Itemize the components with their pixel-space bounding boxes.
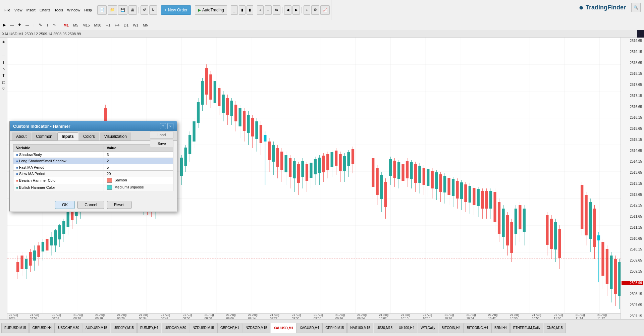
tab-xauusd-m1[interactable]: XAUUSD,M1 [271,323,297,333]
tab-nas100-m15[interactable]: NAS100,M15 [347,323,373,333]
menu-file[interactable]: File [3,6,12,14]
toolbar-zoom-out[interactable]: − [265,5,271,15]
tab-colors[interactable]: Colors [79,132,99,141]
table-row[interactable]: ■ Slow MA Period 20 [13,171,173,177]
arrow-tool[interactable]: ▶ [1,21,7,29]
val-cell[interactable]: 5 [104,164,173,171]
tab-nzdsgd-m15[interactable]: NZDSGD,M15 [243,323,270,333]
val-cell[interactable]: Salmon [104,177,173,184]
tab-ger40-m15[interactable]: GER40,M15 [322,323,347,333]
tab-usdcad-m30[interactable]: USDCAD,M30 [162,323,189,333]
menu-charts[interactable]: Charts [38,6,52,14]
lt-text[interactable]: T [1,72,7,78]
tab-common[interactable]: Common [32,132,57,141]
tf-mn[interactable]: MN [141,22,150,28]
reset-button[interactable]: Reset [107,201,131,209]
menu-insert[interactable]: Insert [24,6,37,14]
toolbar-chart-candle[interactable]: ▮ [247,5,253,15]
text-tool[interactable]: T [45,21,50,29]
tf-m1[interactable]: M1 [62,22,70,28]
search-button[interactable]: 🔍 [631,3,641,12]
toolbar-indicators[interactable]: 📈 [320,5,330,15]
toolbar-chart-bar[interactable]: ▮ [239,5,246,15]
tab-gbpchf-h1[interactable]: GBPCHF,H1 [217,323,242,333]
table-row[interactable]: ■ Long Shadow/Small Shadow 2 [13,158,173,164]
val-cell[interactable]: 20 [104,171,173,177]
val-cell[interactable]: 3 [104,152,173,158]
hline-tool[interactable]: ― [24,21,31,29]
tf-m30[interactable]: M30 [93,22,103,28]
tab-gbpusd-h4[interactable]: GBPUSD,H4 [29,323,55,333]
menu-tools[interactable]: Tools [53,6,65,14]
tab-eurjpy-h4[interactable]: EURJPY,H4 [137,323,161,333]
toolbar-scroll-left[interactable]: ◀ [284,5,291,15]
tf-m15[interactable]: M15 [81,22,91,28]
crosshair-tool[interactable]: ✚ [16,21,23,29]
val-cell[interactable]: 2 [104,158,173,164]
toolbar-print[interactable]: 🖶 [128,5,137,15]
lt-arrow[interactable]: ↖ [1,66,7,72]
tf-h1[interactable]: H1 [104,22,112,28]
table-row[interactable]: ■ Bearish Hammer Color Salmon [13,177,173,184]
toolbar-scroll-right[interactable]: ▶ [292,5,300,15]
tab-bitcoin-h4[interactable]: BITCOIN,H4 [439,323,464,333]
vline-tool[interactable]: | [32,21,36,29]
menu-window[interactable]: Window [65,6,82,14]
toolbar-chart-line[interactable]: ⎯ [231,5,238,15]
toolbar-options[interactable]: ⚙ [311,5,319,15]
toolbar-open[interactable]: 📁 [108,5,117,15]
tab-brn-h4[interactable]: BRN,H4 [491,323,510,333]
toolbar-zoom-in[interactable]: + [257,5,264,15]
arrow2-tool[interactable]: ↖ [51,21,58,29]
tab-visualization[interactable]: Visualization [100,132,131,141]
table-row[interactable]: ■ Bullish Hammer Color MediumTurquoise [13,184,173,191]
toolbar-undo[interactable]: ↺ [141,5,148,15]
tab-nzdusd-m15[interactable]: NZDUSD,M15 [190,323,217,333]
menu-help[interactable]: Help [83,6,94,14]
lt-hline[interactable]: ― [1,52,7,58]
tab-ethereum-daily[interactable]: ETHEREUM,Daily [510,323,543,333]
close-button[interactable]: × [167,123,173,129]
val-cell[interactable]: MediumTurquoise [104,184,173,191]
table-row[interactable]: ■ Fast MA Period 5 [13,164,173,171]
tab-bitcoinc-h4[interactable]: BITCOINC,H4 [464,323,491,333]
toolbar-new[interactable]: 📄 [97,5,107,15]
tab-us30-m15[interactable]: US30,M15 [374,323,395,333]
tab-usdchf-m30[interactable]: USDCHF,M30 [55,323,82,333]
lt-fib[interactable]: ∇ [1,86,7,92]
new-order-button[interactable]: + New Order [161,5,191,15]
bullish-color-swatch[interactable] [107,185,112,190]
toolbar-redo[interactable]: ↻ [149,5,157,15]
load-button[interactable]: Load [150,131,173,138]
cancel-button[interactable]: Cancel [77,201,104,209]
tab-wti-daily[interactable]: WTI,Daily [418,323,438,333]
tf-w1[interactable]: W1 [131,22,140,28]
tab-uk100-h4[interactable]: UK100,H4 [396,323,417,333]
toolbar-crosshair[interactable]: + [304,5,310,15]
tf-h4[interactable]: H4 [113,22,121,28]
tab-usdjpy-m15[interactable]: USDJPY,M15 [111,323,137,333]
bearish-color-swatch[interactable] [107,178,112,183]
lt-crosshair[interactable]: ✚ [1,39,7,45]
save-button[interactable]: Save [150,140,173,147]
help-button[interactable]: ? [160,123,166,129]
menu-view[interactable]: View [13,6,24,14]
autotrading-button[interactable]: ▶ AutoTrading [195,5,227,15]
tab-inputs[interactable]: Inputs [57,132,78,141]
toolbar-save[interactable]: 💾 [118,5,127,15]
tf-d1[interactable]: D1 [122,22,130,28]
tab-xagusd-h4[interactable]: XAGUSD,H4 [297,323,322,333]
toolbar-fit[interactable]: ↹ [273,5,280,15]
tab-about[interactable]: About [12,132,31,141]
tab-eurusd-m15[interactable]: EURUSD,M15 [1,323,29,333]
lt-rect[interactable]: ▢ [1,79,7,85]
tab-audusd-m15[interactable]: AUDUSD,M15 [83,323,110,333]
pencil-tool[interactable]: ✎ [37,21,44,29]
line-tool[interactable]: — [8,21,15,29]
tf-m5[interactable]: M5 [71,22,80,28]
lt-line[interactable]: — [1,46,7,52]
ok-button[interactable]: OK [55,201,75,209]
lt-vline[interactable]: | [1,59,7,65]
tab-cn50-m15[interactable]: CN50,M15 [544,323,566,333]
table-row[interactable]: ■ Shadow/Body 3 [13,152,173,158]
